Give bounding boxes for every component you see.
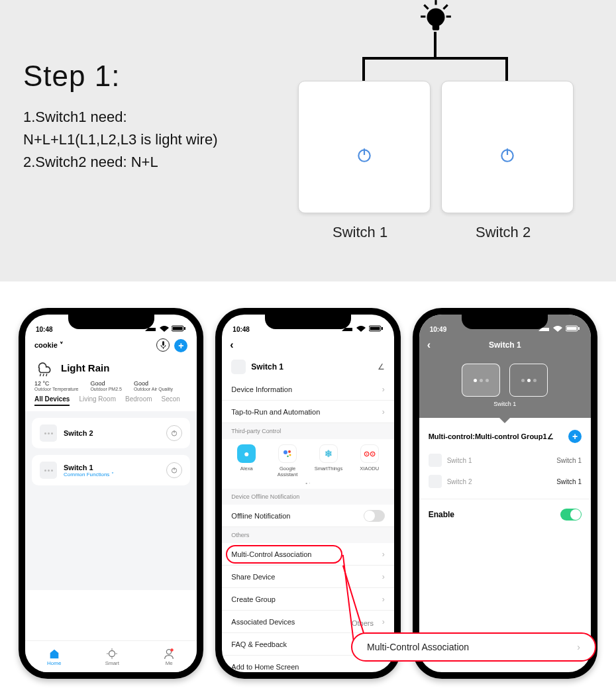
back-button[interactable]: ‹ bbox=[230, 339, 250, 351]
weather-title: Light Rain bbox=[61, 362, 109, 374]
gang-tile-1[interactable] bbox=[462, 364, 500, 397]
instruction-line-2: N+L+L1(L1,L2,L3 is light wire) bbox=[23, 128, 218, 151]
clock: 10:48 bbox=[232, 326, 250, 333]
room-tabs: All Devices Living Room Bedroom Secon bbox=[25, 395, 197, 411]
mc-row-2[interactable]: Switch 2Switch 1 bbox=[419, 471, 591, 492]
power-button[interactable] bbox=[166, 425, 182, 441]
svg-line-1 bbox=[424, 5, 428, 9]
weather-icon bbox=[34, 358, 54, 377]
add-device-button[interactable]: + bbox=[174, 339, 187, 352]
device-card-switch1[interactable]: Switch 1Common Functions ˅ bbox=[32, 455, 190, 485]
smartthings-button[interactable]: ❄SmartThings bbox=[311, 444, 346, 477]
wire bbox=[505, 57, 508, 81]
alexa-button[interactable]: ●Alexa bbox=[229, 444, 264, 477]
svg-line-16 bbox=[40, 374, 40, 376]
chevron-right-icon: › bbox=[382, 572, 385, 581]
svg-rect-32 bbox=[382, 327, 383, 330]
tab-living-room[interactable]: Living Room bbox=[79, 395, 116, 406]
add-button[interactable]: + bbox=[568, 430, 582, 443]
callout-bubble: Multi-Control Association › bbox=[351, 632, 596, 662]
svg-line-17 bbox=[43, 374, 44, 376]
phone-3: 10:49 ‹ Switch 1 Switch 1 bbox=[413, 308, 597, 679]
page-dots: • · bbox=[222, 480, 393, 489]
enable-row: Enable bbox=[419, 499, 591, 530]
device-card-switch2[interactable]: Switch 2 bbox=[32, 418, 190, 448]
third-party-header: Third-party Control bbox=[222, 423, 393, 439]
wire bbox=[362, 57, 508, 60]
chevron-right-icon: › bbox=[382, 407, 385, 417]
tab-secondary[interactable]: Secon bbox=[162, 395, 180, 406]
enable-label: Enable bbox=[429, 510, 454, 519]
svg-rect-12 bbox=[173, 327, 183, 330]
instructions: 1.Switch1 need: N+L+L1(L1,L2,L3 is light… bbox=[23, 106, 218, 174]
row-share-device[interactable]: Share Device› bbox=[222, 566, 393, 588]
bulb-icon bbox=[419, 0, 453, 33]
svg-point-36 bbox=[287, 456, 288, 457]
svg-rect-13 bbox=[184, 327, 185, 330]
clock: 10:49 bbox=[430, 326, 447, 333]
others-header: Others bbox=[222, 527, 393, 543]
wiring-diagram: Step 1: 1.Switch1 need: N+L+L1(L1,L2,L3 … bbox=[0, 0, 616, 281]
svg-point-34 bbox=[288, 450, 291, 453]
device-name: Switch 1 bbox=[64, 464, 114, 472]
tab-bedroom[interactable]: Bedroom bbox=[125, 395, 152, 406]
arrow-down-icon bbox=[499, 418, 510, 423]
home-name[interactable]: cookie ˅ bbox=[34, 341, 64, 350]
chevron-right-icon: › bbox=[382, 550, 385, 559]
enable-toggle[interactable] bbox=[560, 509, 582, 521]
row-create-group[interactable]: Create Group› bbox=[222, 588, 393, 611]
google-assistant-button[interactable]: Google Assistant bbox=[270, 444, 305, 477]
row-device-info[interactable]: Device Information› bbox=[222, 378, 393, 401]
wire bbox=[362, 57, 365, 81]
chevron-right-icon: › bbox=[382, 385, 385, 394]
phone-1: 10:48 cookie ˅ + bbox=[19, 308, 203, 679]
chevron-right-icon: › bbox=[382, 595, 385, 604]
svg-point-29 bbox=[170, 648, 174, 652]
svg-rect-39 bbox=[578, 327, 580, 330]
switch-panel-2 bbox=[441, 81, 574, 213]
toggle-offline[interactable] bbox=[364, 510, 385, 522]
group-title: Multi-control:Multi-control Group1 bbox=[429, 432, 547, 440]
back-button[interactable]: ‹ bbox=[427, 339, 447, 351]
svg-rect-31 bbox=[370, 327, 380, 330]
row-multi-control[interactable]: Multi-Control Association› bbox=[222, 543, 393, 566]
svg-rect-38 bbox=[566, 327, 576, 330]
callout-header: Others bbox=[352, 619, 374, 627]
tab-bar: Home Smart Me bbox=[25, 640, 197, 672]
page-title: Switch 1 bbox=[489, 340, 521, 350]
temp-stat: 12 °COutdoor Temperature bbox=[34, 380, 78, 391]
power-button[interactable] bbox=[166, 462, 182, 478]
power-icon bbox=[356, 146, 373, 164]
notch bbox=[265, 315, 351, 329]
switch-1-label: Switch 1 bbox=[333, 224, 387, 241]
tab-smart[interactable]: Smart bbox=[105, 648, 119, 666]
step-title: Step 1: bbox=[23, 60, 120, 93]
row-offline-notification[interactable]: Offline Notification bbox=[222, 505, 393, 527]
svg-rect-6 bbox=[433, 25, 439, 30]
xiaodu-button[interactable]: ⊙⊙XIAODU bbox=[352, 444, 387, 477]
tile-label: Switch 1 bbox=[419, 401, 591, 407]
power-icon bbox=[499, 146, 516, 164]
device-thumb bbox=[40, 462, 57, 479]
tab-all-devices[interactable]: All Devices bbox=[34, 395, 70, 406]
third-party-row: ●Alexa Google Assistant ❄SmartThings ⊙⊙X… bbox=[222, 439, 393, 480]
svg-point-23 bbox=[109, 650, 115, 656]
mic-icon[interactable] bbox=[156, 338, 170, 352]
pm25-stat: GoodOutdoor PM2.5 bbox=[90, 380, 121, 391]
clock: 10:48 bbox=[36, 326, 53, 333]
edit-icon[interactable]: ∠ bbox=[378, 362, 385, 372]
phones-row: 10:48 cookie ˅ + bbox=[0, 281, 616, 698]
tab-home[interactable]: Home bbox=[47, 648, 61, 666]
aq-stat: GoodOutdoor Air Quality bbox=[134, 380, 173, 391]
row-tap-to-run[interactable]: Tap-to-Run and Automation› bbox=[222, 401, 393, 423]
offline-header: Device Offline Notification bbox=[222, 489, 393, 505]
instruction-line-1: 1.Switch1 need: bbox=[23, 106, 218, 128]
edit-icon[interactable]: ∠ bbox=[547, 432, 554, 441]
mc-row-1[interactable]: Switch 1Switch 1 bbox=[419, 450, 591, 471]
svg-point-5 bbox=[427, 9, 444, 26]
device-thumb bbox=[40, 424, 57, 442]
tab-me[interactable]: Me bbox=[163, 648, 175, 666]
gang-tile-2[interactable] bbox=[509, 364, 548, 397]
svg-line-18 bbox=[46, 374, 47, 376]
device-sub[interactable]: Common Functions ˅ bbox=[64, 472, 114, 477]
